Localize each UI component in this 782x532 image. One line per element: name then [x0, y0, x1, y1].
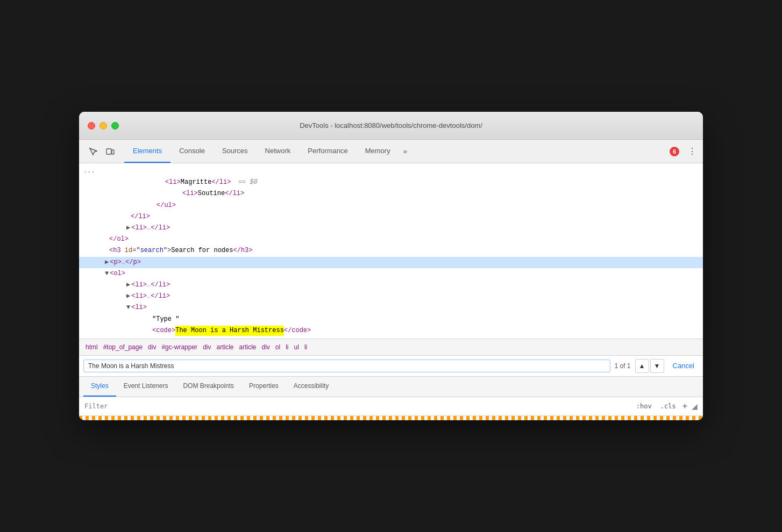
tag-open: <li>: [131, 291, 147, 301]
tag-open: <h3: [109, 246, 125, 256]
maximize-button[interactable]: [111, 122, 119, 130]
dom-marker: == $0: [231, 177, 257, 188]
resize-handle-icon[interactable]: ◢: [692, 402, 698, 411]
dom-line-selected[interactable]: ▶ <p>…</p>: [79, 257, 703, 268]
tag-close: </code>: [284, 326, 311, 336]
search-bar: 1 of 1 ▲ ▼ Cancel: [79, 356, 703, 377]
dom-line[interactable]: ▼ <ol>: [79, 268, 703, 279]
search-next-button[interactable]: ▼: [650, 359, 664, 373]
dom-line[interactable]: ▼ <li>: [79, 302, 703, 313]
search-input[interactable]: [83, 360, 610, 372]
tab-console[interactable]: Console: [170, 140, 214, 163]
tag-open: <li>: [131, 223, 147, 233]
tag-close: </h3>: [233, 246, 252, 256]
tab-memory[interactable]: Memory: [357, 140, 399, 163]
filter-bar: :hov .cls + ◢: [79, 397, 703, 416]
breadcrumb-ol[interactable]: ol: [273, 342, 282, 352]
filter-cls-button[interactable]: .cls: [658, 401, 678, 411]
breadcrumb-div3[interactable]: div: [260, 342, 272, 352]
search-prev-button[interactable]: ▲: [635, 359, 649, 373]
dom-line[interactable]: ▶ <li>…</li>: [79, 279, 703, 291]
svg-rect-1: [112, 150, 114, 154]
devtools-menu-button[interactable]: ⋮: [684, 140, 701, 163]
tag-close: </li>: [211, 177, 231, 188]
collapse-icon[interactable]: ▼: [126, 303, 130, 313]
filter-add-button[interactable]: +: [683, 402, 687, 411]
tab-elements[interactable]: Elements: [124, 140, 170, 163]
tag-close: </li>: [131, 212, 150, 222]
dom-line[interactable]: ▶ <li>…</li>: [79, 222, 703, 234]
tag-open: <li>: [182, 189, 198, 199]
dom-line[interactable]: ▶ <li>…</li>: [79, 291, 703, 302]
tag-open: <p>: [110, 257, 122, 268]
breadcrumb-gc-wrapper[interactable]: #gc-wrapper: [159, 342, 200, 352]
search-cancel-button[interactable]: Cancel: [669, 360, 699, 372]
filter-hov-button[interactable]: :hov: [634, 401, 654, 411]
tab-event-listeners[interactable]: Event Listeners: [116, 377, 176, 397]
tag-close: </li>: [151, 280, 170, 290]
tab-network[interactable]: Network: [257, 140, 300, 163]
breadcrumb-article2[interactable]: article: [237, 342, 258, 352]
tab-accessibility[interactable]: Accessibility: [286, 377, 336, 397]
tag-close: </ol>: [109, 234, 129, 245]
dom-line[interactable]: <code>The Moon is a Harsh Mistress</code…: [79, 325, 703, 336]
breadcrumb-div2[interactable]: div: [201, 342, 213, 352]
dom-line[interactable]: </li>: [79, 211, 703, 222]
text-node: Magritte: [181, 177, 212, 188]
dom-line[interactable]: <li>Magritte</li> == $0: [79, 177, 703, 188]
breadcrumb-li2[interactable]: li: [302, 342, 309, 352]
tag-close: </li>: [151, 291, 170, 301]
breadcrumb-html[interactable]: html: [83, 342, 100, 352]
breadcrumb-ul[interactable]: ul: [292, 342, 301, 352]
tag-open: <li>: [131, 303, 147, 313]
text-node: Soutine: [198, 189, 225, 199]
dom-line[interactable]: ...: [79, 166, 703, 177]
dom-ellipsis: ...: [79, 166, 95, 176]
dom-line[interactable]: "Type ": [79, 314, 703, 325]
close-button[interactable]: [88, 122, 95, 130]
collapse-icon[interactable]: ▼: [105, 269, 109, 279]
titlebar: DevTools - localhost:8080/web/tools/chro…: [79, 112, 703, 140]
tab-styles[interactable]: Styles: [83, 377, 116, 397]
dashed-indicator: [79, 416, 703, 420]
breadcrumb-top-of-page[interactable]: #top_of_page: [101, 342, 145, 352]
tag-open: <code>: [152, 326, 175, 336]
highlighted-text: The Moon is a Harsh Mistress: [175, 326, 284, 336]
search-navigation: ▲ ▼: [635, 359, 664, 373]
expand-icon[interactable]: ▶: [126, 291, 130, 301]
tab-icons: [81, 140, 122, 163]
breadcrumb-article1[interactable]: article: [214, 342, 236, 352]
inspect-element-button[interactable]: [86, 144, 101, 159]
expand-icon[interactable]: ▶: [126, 280, 130, 290]
devtools-window: DevTools - localhost:8080/web/tools/chro…: [79, 112, 703, 420]
dom-line[interactable]: <li>Soutine</li>: [79, 188, 703, 199]
text-node: Search for nodes: [171, 246, 233, 256]
more-tabs-button[interactable]: »: [399, 140, 411, 163]
svg-rect-0: [106, 149, 111, 154]
expand-icon[interactable]: ▶: [126, 223, 130, 233]
expand-icon[interactable]: ▶: [105, 257, 109, 268]
device-toggle-button[interactable]: [103, 144, 118, 159]
tag-close: </li>: [225, 189, 244, 199]
tab-sources[interactable]: Sources: [214, 140, 257, 163]
bottom-tabbar: Styles Event Listeners DOM Breakpoints P…: [79, 377, 703, 397]
dom-line[interactable]: <h3 id="search">Search for nodes</h3>: [79, 245, 703, 256]
breadcrumb-li1[interactable]: li: [283, 342, 290, 352]
minimize-button[interactable]: [99, 122, 107, 130]
dom-line[interactable]: </ol>: [79, 234, 703, 245]
tab-properties[interactable]: Properties: [241, 377, 286, 397]
attr-value: search: [140, 246, 163, 256]
breadcrumb-div1[interactable]: div: [146, 342, 158, 352]
window-title: DevTools - localhost:8080/web/tools/chro…: [300, 121, 482, 130]
dom-line[interactable]: </ul>: [79, 200, 703, 211]
tab-performance[interactable]: Performance: [299, 140, 356, 163]
ellipsis: …: [147, 291, 151, 301]
tag-open: <li>: [131, 280, 147, 290]
tab-dom-breakpoints[interactable]: DOM Breakpoints: [175, 377, 241, 397]
ellipsis: …: [147, 223, 151, 233]
attr-name: id: [125, 246, 132, 256]
ellipsis: …: [147, 280, 151, 290]
tag-close: </li>: [151, 223, 170, 233]
dom-panel: ... <li>Magritte</li> == $0 <li>Soutine<…: [79, 163, 703, 339]
filter-input[interactable]: [84, 402, 630, 410]
